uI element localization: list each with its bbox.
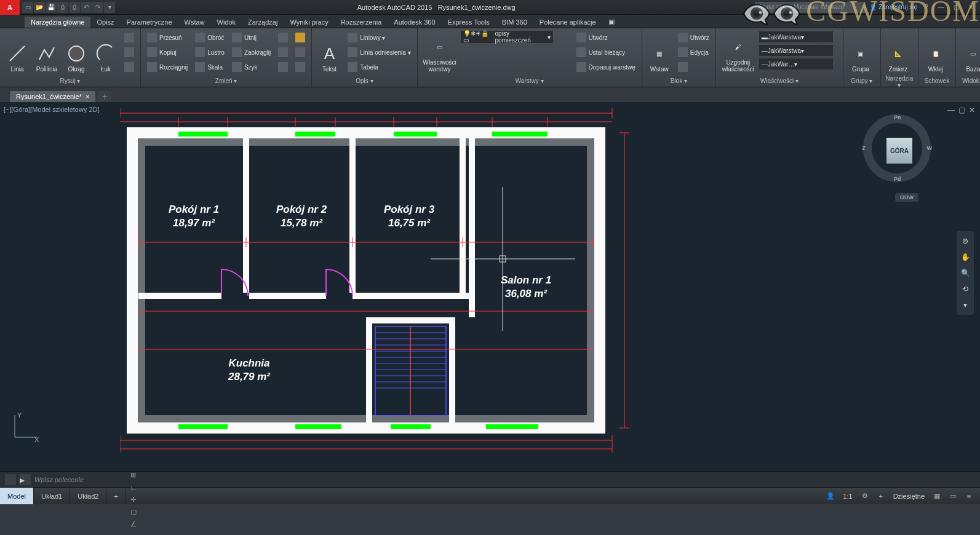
ucs-button[interactable]: GUW bbox=[895, 193, 918, 202]
paste-button[interactable]: 📋Wklej bbox=[922, 30, 949, 74]
modify-extra5[interactable] bbox=[293, 60, 308, 74]
app-menu-button[interactable]: A bbox=[0, 0, 20, 15]
vp-restore-icon[interactable]: ▢ bbox=[958, 106, 965, 114]
cmd-prompt-icon[interactable]: ▸ bbox=[20, 474, 31, 485]
mirror-button[interactable]: Lustro bbox=[193, 46, 227, 59]
qat-print-icon[interactable]: ⎙ bbox=[69, 2, 80, 13]
ortho-toggle-icon[interactable]: ∟ bbox=[126, 482, 141, 494]
sb-clean-icon[interactable]: ▭ bbox=[946, 490, 960, 502]
lineweight-combo[interactable]: — JakWarstwa ▾ bbox=[759, 45, 833, 56]
viewcube[interactable]: GÓRA Pn Pd Z W bbox=[863, 114, 931, 182]
sb-annoscale-icon[interactable]: 👤 bbox=[823, 490, 838, 502]
panel-draw-title[interactable]: Rysuj ▾ bbox=[4, 76, 137, 85]
leader-button[interactable]: Linia odniesienia ▾ bbox=[345, 46, 413, 59]
sb-units[interactable]: Dziesiętne bbox=[890, 493, 928, 500]
linetype-combo[interactable]: — JakWar… ▾ bbox=[759, 58, 833, 69]
close-icon[interactable]: ✕ bbox=[965, 3, 976, 12]
search-input[interactable]: Wpisz słowo kluczowe lub frazę bbox=[755, 2, 866, 13]
stretch-button[interactable]: Rozciągnij bbox=[145, 60, 190, 74]
tab-featured[interactable]: Polecane aplikacje bbox=[533, 17, 602, 28]
panel-modify-title[interactable]: Zmień ▾ bbox=[145, 76, 308, 85]
polyline-button[interactable]: Polilinia bbox=[33, 30, 60, 74]
dim-linear-button[interactable]: Liniowy ▾ bbox=[345, 31, 413, 44]
maximize-icon[interactable]: ▢ bbox=[950, 3, 962, 12]
tab-home[interactable]: Narzędzia główne bbox=[25, 17, 90, 28]
circle-button[interactable]: Okrąg bbox=[63, 30, 90, 74]
qat-more-icon[interactable]: ▾ bbox=[104, 2, 115, 13]
base-view-button[interactable]: ▭Baza bbox=[960, 30, 980, 74]
block-attr-button[interactable] bbox=[675, 60, 712, 74]
file-tab-add[interactable]: + bbox=[98, 91, 111, 102]
sb-scale[interactable]: 1:1 bbox=[839, 493, 856, 500]
insert-button[interactable]: ▦Wstaw bbox=[646, 30, 673, 74]
qat-save-icon[interactable]: 💾 bbox=[46, 2, 57, 13]
tab-close-icon[interactable]: × bbox=[86, 93, 89, 100]
measure-button[interactable]: 📐Zmierz bbox=[885, 30, 912, 74]
match-props-button[interactable]: 🖌Uzgodnij właściwości bbox=[720, 30, 757, 74]
move-button[interactable]: Przesuń bbox=[145, 31, 190, 44]
array-button[interactable]: Szyk bbox=[229, 60, 273, 74]
vp-minimize-icon[interactable]: — bbox=[947, 106, 955, 114]
block-edit-button[interactable]: Edycja bbox=[675, 46, 712, 59]
sb-gear-icon[interactable]: ⚙ bbox=[858, 490, 872, 502]
table-button[interactable]: Tabela bbox=[345, 60, 413, 74]
otrack-toggle-icon[interactable]: ∠ bbox=[126, 518, 141, 531]
tab-express[interactable]: Express Tools bbox=[442, 17, 496, 28]
layout-model[interactable]: Model bbox=[0, 488, 34, 504]
modify-extra1[interactable] bbox=[276, 31, 290, 44]
sb-quick-icon[interactable]: ▦ bbox=[930, 490, 944, 502]
tab-parametric[interactable]: Parametryczne bbox=[121, 17, 178, 28]
line-button[interactable]: Linia bbox=[4, 30, 31, 74]
minimize-icon[interactable]: — bbox=[936, 3, 947, 12]
modify-extra3[interactable] bbox=[276, 60, 290, 74]
panel-utils-title[interactable]: Narzędzia ▾ bbox=[885, 74, 914, 90]
viewport-label[interactable]: [−][Góra][Model szkieletowy 2D] bbox=[4, 106, 100, 113]
modify-extra2[interactable] bbox=[276, 46, 290, 59]
copy-button[interactable]: Kopiuj bbox=[145, 46, 190, 59]
draw-extra2[interactable] bbox=[122, 46, 137, 59]
tab-a360[interactable]: Autodesk 360 bbox=[388, 17, 441, 28]
group-button[interactable]: ▣Grupa bbox=[847, 30, 874, 74]
qat-redo-icon[interactable]: ↷ bbox=[92, 2, 103, 13]
scale-button[interactable]: Skala bbox=[193, 60, 227, 74]
text-button[interactable]: ATekst bbox=[316, 30, 343, 74]
trim-button[interactable]: Utnij bbox=[229, 31, 273, 44]
layout-tab1[interactable]: Układ1 bbox=[34, 488, 70, 504]
qat-new-icon[interactable]: ▭ bbox=[22, 2, 33, 13]
tab-view[interactable]: Widok bbox=[211, 17, 242, 28]
panel-groups-title[interactable]: Grupy ▾ bbox=[847, 76, 877, 85]
panel-annot-title[interactable]: Opis ▾ bbox=[316, 76, 413, 85]
layout-add[interactable]: + bbox=[106, 488, 125, 504]
nav-wheel-icon[interactable]: ⊚ bbox=[959, 235, 971, 247]
help-icon[interactable]: ? bbox=[921, 3, 932, 12]
tab-annotate[interactable]: Opisz bbox=[90, 17, 120, 28]
vp-close-icon[interactable]: ✕ bbox=[969, 106, 975, 114]
layer-props-button[interactable]: ▭Właściwości warstwy bbox=[421, 30, 458, 74]
color-combo[interactable]: ▬ JakWarstwa ▾ bbox=[759, 31, 833, 42]
modify-brush-icon[interactable] bbox=[293, 31, 308, 44]
rotate-button[interactable]: Obróć bbox=[193, 31, 227, 44]
qat-saveas-icon[interactable]: ⎙ bbox=[57, 2, 68, 13]
ucs-icon[interactable]: YX bbox=[10, 413, 39, 444]
file-tab[interactable]: Rysunek1_ćwiczenie*× bbox=[10, 91, 95, 102]
layer-make-button[interactable]: Utwórz bbox=[574, 31, 638, 44]
panel-view-title[interactable]: Widok ▾ bbox=[960, 76, 980, 85]
tab-insert[interactable]: Wstaw bbox=[178, 17, 211, 28]
layer-combo[interactable]: 💡❄☀🔒▭ opisy pomieszczeń ▾ bbox=[461, 31, 553, 43]
nav-orbit-icon[interactable]: ⟲ bbox=[959, 283, 971, 295]
block-create-button[interactable]: Utwórz bbox=[675, 31, 712, 44]
tab-manage[interactable]: Zarządzaj bbox=[242, 17, 284, 28]
layer-match-button[interactable]: Dopasuj warstwę bbox=[574, 60, 638, 74]
draw-extra3[interactable] bbox=[122, 60, 137, 74]
lwt-toggle-icon[interactable]: ≡ bbox=[126, 531, 141, 536]
sb-tool-icon[interactable]: + bbox=[874, 490, 888, 502]
viewcube-face[interactable]: GÓRA bbox=[886, 138, 912, 164]
cmd-history-icon[interactable] bbox=[5, 474, 16, 485]
draw-extra1[interactable] bbox=[122, 31, 137, 44]
polar-toggle-icon[interactable]: ✛ bbox=[126, 494, 141, 506]
signin-link[interactable]: 👤 Zarejestruj się bbox=[869, 4, 917, 10]
modify-extra4[interactable] bbox=[293, 46, 308, 59]
nav-pan-icon[interactable]: ✋ bbox=[959, 251, 971, 263]
nav-zoom-icon[interactable]: 🔍 bbox=[959, 267, 971, 279]
qat-open-icon[interactable]: 📂 bbox=[34, 2, 45, 13]
